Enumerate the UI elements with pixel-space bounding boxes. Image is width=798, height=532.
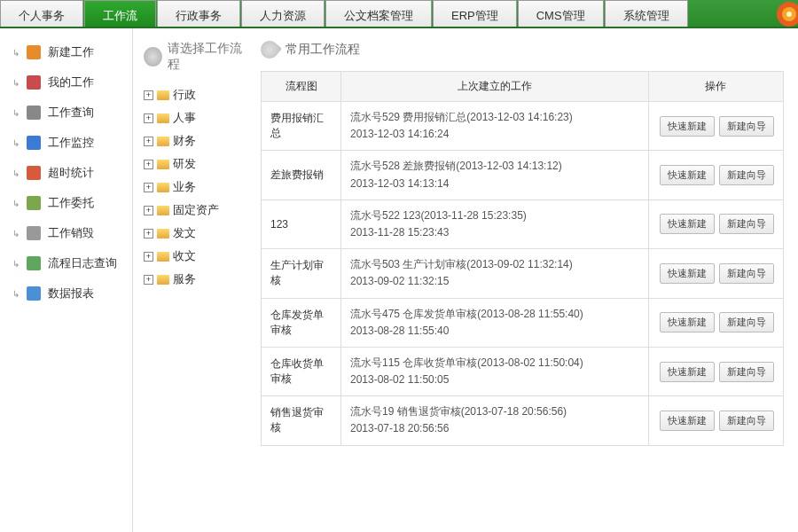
bullet-icon: ↳: [12, 289, 20, 299]
nav-tab[interactable]: 公文档案管理: [325, 0, 432, 27]
sidebar-item[interactable]: ↳ 数据报表: [0, 278, 132, 309]
expand-icon[interactable]: +: [144, 183, 153, 192]
folder-icon: [157, 229, 169, 239]
cell-ops: 快速新建 新建向导: [648, 200, 783, 248]
sidebar-item[interactable]: ↳ 工作委托: [0, 188, 132, 218]
nav-tab[interactable]: 人力资源: [241, 0, 325, 27]
nav-tab[interactable]: 个人事务: [0, 0, 83, 27]
tree-node[interactable]: + 研发: [144, 153, 250, 176]
top-nav: 个人事务工作流行政事务人力资源公文档案管理ERP管理CMS管理系统管理: [0, 0, 798, 28]
sidebar-icon: [27, 226, 41, 240]
sidebar-icon: [27, 286, 41, 301]
sidebar-label: 流程日志查询: [48, 255, 117, 271]
cell-last-work: 流水号19 销售退货审核(2013-07-18 20:56:56)2013-07…: [341, 396, 649, 445]
logo-icon: [763, 0, 798, 30]
bullet-icon: ↳: [12, 48, 20, 58]
sidebar-icon: [27, 256, 41, 270]
expand-icon[interactable]: +: [144, 113, 153, 123]
folder-icon: [157, 113, 169, 123]
cell-last-work: 流水号522 123(2013-11-28 15:23:35)2013-11-2…: [341, 200, 649, 248]
cell-ops: 快速新建 新建向导: [648, 102, 783, 151]
expand-icon[interactable]: +: [144, 137, 153, 146]
nav-tab[interactable]: 行政事务: [157, 0, 240, 27]
cell-flow-name: 仓库发货单审核: [262, 298, 341, 347]
col-flow: 流程图: [262, 72, 341, 102]
bullet-icon: ↳: [12, 229, 20, 239]
table-row: 费用报销汇总 流水号529 费用报销汇总(2013-12-03 14:16:23…: [262, 102, 784, 151]
tree-node[interactable]: + 行政: [144, 83, 250, 106]
tree-node[interactable]: + 收文: [144, 245, 250, 268]
bullet-icon: ↳: [12, 78, 20, 88]
table-row: 仓库发货单审核 流水号475 仓库发货单审核(2013-08-28 11:55:…: [262, 298, 784, 347]
wizard-create-button[interactable]: 新建向导: [719, 263, 774, 284]
table-row: 仓库收货单审核 流水号115 仓库收货单审核(2013-08-02 11:50:…: [262, 347, 784, 395]
expand-icon[interactable]: +: [144, 252, 153, 262]
sidebar-item[interactable]: ↳ 新建工作: [0, 37, 132, 67]
wizard-create-button[interactable]: 新建向导: [719, 312, 774, 332]
table-row: 生产计划审核 流水号503 生产计划审核(2013-09-02 11:32:14…: [262, 249, 784, 298]
nav-tab[interactable]: ERP管理: [433, 0, 517, 27]
quick-create-button[interactable]: 快速新建: [660, 312, 715, 332]
expand-icon[interactable]: +: [144, 160, 153, 169]
tree-node[interactable]: + 业务: [144, 176, 250, 199]
col-last: 上次建立的工作: [341, 72, 649, 102]
quick-create-button[interactable]: 快速新建: [660, 362, 715, 382]
nav-tab[interactable]: 系统管理: [605, 0, 688, 27]
tree-node-label: 人事: [173, 110, 196, 126]
expand-icon[interactable]: +: [144, 275, 153, 285]
folder-icon: [157, 206, 169, 215]
folder-icon: [157, 137, 169, 146]
folder-icon: [157, 90, 169, 100]
tree-node[interactable]: + 财务: [144, 129, 250, 153]
tree-node-label: 研发: [173, 156, 196, 172]
wizard-create-button[interactable]: 新建向导: [719, 362, 774, 382]
sidebar-label: 工作监控: [48, 135, 94, 151]
sidebar-label: 工作查询: [48, 105, 94, 121]
cell-last-work: 流水号115 仓库收货单审核(2013-08-02 11:50:04)2013-…: [341, 347, 649, 395]
bullet-icon: ↳: [12, 108, 20, 118]
sidebar-item[interactable]: ↳ 工作监控: [0, 128, 132, 158]
wizard-create-button[interactable]: 新建向导: [719, 411, 774, 431]
cell-ops: 快速新建 新建向导: [648, 249, 783, 298]
expand-icon[interactable]: +: [144, 206, 153, 215]
tree-node[interactable]: + 发文: [144, 222, 250, 245]
tree-node-label: 固定资产: [173, 202, 219, 218]
wizard-create-button[interactable]: 新建向导: [719, 214, 774, 234]
quick-create-button[interactable]: 快速新建: [660, 214, 715, 234]
folder-icon: [157, 275, 169, 285]
quick-create-button[interactable]: 快速新建: [660, 165, 715, 185]
cell-ops: 快速新建 新建向导: [648, 347, 783, 395]
quick-create-button[interactable]: 快速新建: [660, 116, 715, 137]
sidebar-item[interactable]: ↳ 超时统计: [0, 158, 132, 188]
cell-last-work: 流水号475 仓库发货单审核(2013-08-28 11:55:40)2013-…: [341, 298, 649, 347]
folder-icon: [157, 160, 169, 169]
tree-list: + 行政+ 人事+ 财务+ 研发+ 业务+ 固定资产+ 发文+ 收文+ 服务: [144, 83, 250, 291]
cell-flow-name: 费用报销汇总: [262, 102, 341, 151]
expand-icon[interactable]: +: [144, 229, 153, 239]
sidebar-item[interactable]: ↳ 流程日志查询: [0, 248, 132, 278]
sidebar-label: 工作销毁: [48, 225, 94, 241]
sidebar: ↳ 新建工作↳ 我的工作↳ 工作查询↳ 工作监控↳ 超时统计↳ 工作委托↳ 工作…: [0, 28, 133, 532]
folder-icon: [157, 252, 169, 262]
panel-header: 常用工作流程: [261, 41, 784, 59]
tree-node[interactable]: + 固定资产: [144, 199, 250, 222]
cell-flow-name: 生产计划审核: [262, 249, 341, 298]
sidebar-item[interactable]: ↳ 我的工作: [0, 67, 132, 98]
sidebar-label: 工作委托: [48, 195, 94, 211]
nav-tab[interactable]: CMS管理: [518, 0, 604, 27]
sidebar-item[interactable]: ↳ 工作销毁: [0, 218, 132, 248]
sidebar-item[interactable]: ↳ 工作查询: [0, 98, 132, 128]
sidebar-icon: [27, 136, 41, 150]
tree-node[interactable]: + 人事: [144, 106, 250, 129]
nav-tab[interactable]: 工作流: [84, 0, 156, 27]
tree-node-label: 行政: [173, 87, 196, 103]
workflow-table: 流程图 上次建立的工作 操作 费用报销汇总 流水号529 费用报销汇总(2013…: [261, 71, 784, 446]
quick-create-button[interactable]: 快速新建: [660, 411, 715, 431]
wizard-create-button[interactable]: 新建向导: [719, 165, 774, 185]
tree-node[interactable]: + 服务: [144, 268, 250, 291]
cell-ops: 快速新建 新建向导: [648, 396, 783, 445]
quick-create-button[interactable]: 快速新建: [660, 263, 715, 284]
wizard-create-button[interactable]: 新建向导: [719, 116, 774, 137]
leaf-icon: [257, 37, 282, 62]
expand-icon[interactable]: +: [144, 90, 153, 100]
